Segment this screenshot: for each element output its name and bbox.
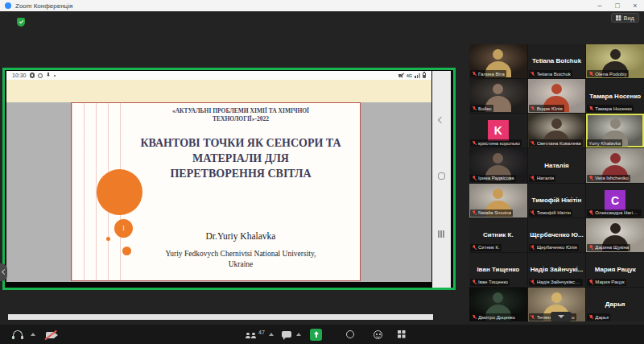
notification-dot-icon [54, 75, 56, 77]
name-tag: Ірина Радвісова [470, 175, 516, 182]
participant-tile[interactable]: Надія Зайнчукі...Надія Зайнчуківська [528, 253, 586, 287]
name-tag: Ситник К. [470, 244, 502, 251]
participant-name-label: Іван Тищенко [478, 280, 508, 284]
participant-tile[interactable]: ДарьяДарья [586, 288, 644, 321]
participant-tile[interactable]: Галина Віта [469, 44, 527, 78]
muted-mic-icon [472, 210, 477, 216]
participant-tile[interactable]: Іван ТищенкоІван Тищенко [469, 253, 527, 287]
muted-mic-icon [588, 106, 593, 111]
participant-tile[interactable]: Светлана Ковалева [528, 114, 586, 147]
slide-affiliation: Yuriy Fedkovych Chernivtsi National Univ… [128, 249, 353, 271]
name-tag: Олександра Нагірна [587, 209, 641, 217]
close-button[interactable]: × [626, 1, 644, 11]
presentation-app-header [6, 80, 431, 102]
android-back-icon [438, 117, 444, 123]
participant-tile[interactable]: Тимофій НікітінТимофій Нікітін [528, 184, 586, 218]
shared-phone-screen: 10:30 4G «АКТУАЛЬНІ ПРОБЛЕМИ ХІМІЇ ТА ХІ… [5, 70, 453, 288]
participant-tile[interactable]: CОлександра Нагірна [586, 184, 644, 218]
participant-tile[interactable]: Тамара НосенкоТамара Носенко [586, 79, 644, 113]
facebook-icon [38, 73, 43, 78]
android-home-icon [438, 172, 445, 180]
view-button[interactable]: Вид [611, 13, 639, 23]
gallery-collapse-chevron[interactable] [551, 312, 572, 321]
participant-display-name: Щербаченко Ю... [528, 231, 585, 238]
reactions-button[interactable] [374, 330, 382, 339]
numbered-circle: 1 [114, 219, 133, 238]
participant-name-label: Щербаченко Юлія [537, 245, 577, 250]
participant-tile[interactable]: Ситник К.Ситник К. [469, 218, 527, 252]
muted-mic-icon [530, 210, 535, 216]
participants-button[interactable] [246, 331, 257, 338]
view-button-label: Вид [623, 15, 634, 22]
chat-button[interactable] [282, 331, 291, 338]
participant-tile[interactable]: Ірина Радвісова [469, 148, 527, 182]
participant-tile[interactable]: Щербаченко Ю...Щербаченко Юлія [528, 218, 586, 252]
participant-name-label: Vera Ishchenko [595, 176, 628, 180]
muted-mic-icon [530, 280, 535, 285]
participants-options-caret[interactable] [269, 333, 274, 336]
whatsapp-icon [30, 73, 35, 78]
name-tag: Natalia Smutna [470, 209, 513, 217]
phone-status-bar: 10:30 4G [6, 71, 431, 80]
name-tag: Водяк Юлія [529, 105, 564, 112]
orange-dot-decoration [106, 237, 110, 241]
muted-mic-icon [588, 280, 593, 285]
participant-name-label: Наталія [537, 176, 555, 180]
join-audio-button[interactable] [13, 330, 23, 338]
share-screen-button[interactable] [310, 329, 322, 341]
window-titlebar: Zoom Конференція – □ × [0, 0, 644, 11]
orange-circle-decoration [97, 169, 142, 215]
muted-mic-icon [588, 71, 593, 77]
participant-tile[interactable]: Мария РацукМария Рацук [586, 253, 644, 287]
participant-tile[interactable]: НаталіяНаталія [528, 148, 586, 182]
avatar: K [488, 120, 509, 141]
name-tag: Бойко [470, 105, 493, 112]
apps-button[interactable] [398, 330, 406, 338]
muted-mic-icon [472, 280, 477, 285]
muted-mic-icon [472, 245, 477, 251]
name-tag: Галина Віта [470, 70, 506, 77]
muted-speaker-icon [398, 73, 404, 78]
participant-name-label: Надія Зайнчуківська [537, 280, 581, 284]
maximize-button[interactable]: □ [609, 1, 626, 11]
presentation-slide: «АКТУАЛЬНІ ПРОБЛЕМИ ХІМІЇ ТА ХІМІЧНОЇ ТЕ… [71, 102, 361, 281]
android-nav-bar [432, 71, 451, 288]
muted-mic-icon [472, 106, 477, 111]
presentation-canvas: «АКТУАЛЬНІ ПРОБЛЕМИ ХІМІЇ ТА ХІМІЧНОЇ ТЕ… [6, 102, 431, 282]
participant-display-name: Наталія [543, 162, 571, 169]
participant-tile[interactable]: Natalia Smutna [469, 184, 527, 218]
participant-tile[interactable]: Дмитро Доценко [469, 288, 527, 321]
screen-share-region: 10:30 4G «АКТУАЛЬНІ ПРОБЛЕМИ ХІМІЇ ТА ХІ… [2, 68, 456, 290]
chat-options-caret[interactable] [296, 333, 301, 336]
participant-name-label: Tetiana Boichuk [537, 72, 571, 77]
participant-tile[interactable]: Kкристина королько [469, 114, 527, 147]
record-button[interactable] [346, 330, 354, 338]
participant-name-label: Тимофій Нікітін [537, 210, 572, 215]
video-off-button[interactable] [46, 332, 55, 338]
name-tag: Надія Зайнчуківська [529, 279, 583, 286]
participant-name-label: Natalia Smutna [478, 210, 511, 215]
participant-tile[interactable]: Olena Podobiy [586, 44, 644, 78]
name-tag: Дмитро Доценко [470, 313, 517, 321]
panel-collapse-handle[interactable] [0, 263, 7, 281]
presentation-bottom-strip [8, 314, 433, 320]
audio-options-caret[interactable] [31, 333, 35, 336]
participant-name-label: Галина Віта [478, 72, 505, 77]
participant-tile[interactable]: Vera Ishchenko [586, 148, 644, 182]
name-tag: Vera Ishchenko [587, 175, 630, 182]
participant-tile[interactable]: Tetiana BoichukTetiana Boichuk [528, 44, 586, 78]
name-tag: Светлана Ковалева [529, 139, 583, 147]
participant-tile[interactable]: Yuriy Khalavka [586, 114, 644, 147]
muted-mic-icon [472, 314, 477, 320]
name-tag: кристина королько [470, 139, 522, 147]
encryption-shield-icon[interactable] [17, 18, 25, 27]
name-tag: Наталія [529, 175, 556, 182]
participant-name-label: Дмитро Доценко [478, 315, 515, 320]
muted-mic-icon [530, 176, 535, 181]
participant-tile[interactable]: Водяк Юлія [528, 79, 586, 113]
participant-display-name: Іван Тищенко [475, 266, 521, 273]
participant-tile[interactable]: Бойко [469, 79, 527, 113]
participant-tile[interactable]: Дарина Щукіна [586, 218, 644, 252]
minimize-button[interactable]: – [591, 1, 609, 11]
avatar: C [605, 190, 625, 211]
